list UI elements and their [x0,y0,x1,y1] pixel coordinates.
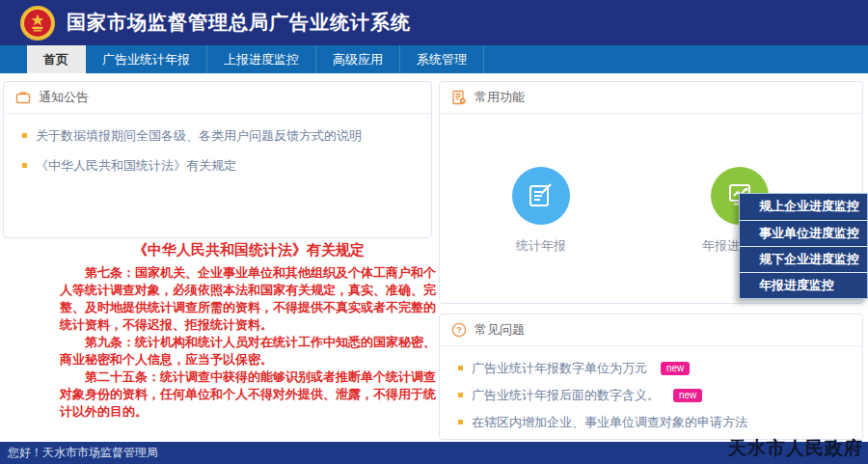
new-badge: new [661,362,690,375]
faq-item-text: 广告业统计年报数字单位为万元 [472,361,647,375]
bullet-icon [22,163,27,168]
menu-item-public-institution[interactable]: 事业单位进度监控 [740,220,867,246]
tab-home[interactable]: 首页 [27,45,86,73]
question-circle-icon: ? [451,322,467,338]
footer-bar: 您好！天水市市场监督管理局 [0,442,868,464]
notice-item-text: 《中华人民共和国统计法》有关规定 [36,158,236,173]
faq-panel-header: ? 常见问题 [440,314,862,346]
statute-text-block: 《中华人民共和国统计法》有关规定 第七条：国家机关、企业事业单位和其他组织及个体… [60,241,438,421]
bullet-icon [458,393,463,397]
menu-item-annual-report-progress[interactable]: 年报进度监控 [740,272,867,298]
main-nav: 首页 广告业统计年报 上报进度监控 高级应用 系统管理 [0,45,868,73]
faq-item-text: 广告业统计年报后面的数字含义。 [472,388,660,402]
footer-greeting: 您好！天水市市场监督管理局 [8,446,158,459]
tab-system-admin[interactable]: 系统管理 [400,45,484,73]
national-emblem-icon [19,5,56,41]
notice-item[interactable]: 关于数据填报期间全国各级、各类用户问题反馈方式的说明 [22,127,418,145]
tab-progress-monitor[interactable]: 上报进度监控 [207,45,316,73]
document-gear-icon [451,90,467,105]
notice-list: 关于数据填报期间全国各级、各类用户问题反馈方式的说明 《中华人民共和国统计法》有… [4,114,431,175]
common-functions-title: 常用功能 [475,89,525,106]
tab-advanced[interactable]: 高级应用 [316,45,400,73]
bullet-icon [22,133,27,138]
common-functions-header: 常用功能 [440,82,862,114]
statute-paragraph: 第七条：国家机关、企业事业单位和其他组织及个体工商户和个人等统计调查对象，必须依… [60,264,438,334]
page: 国家市场监督管理总局广告业统计系统 首页 广告业统计年报 上报进度监控 高级应用… [0,0,868,464]
tab-annual-report[interactable]: 广告业统计年报 [86,45,207,73]
faq-item[interactable]: 在辖区内增加企业、事业单位调查对象的申请方法 [458,414,849,431]
briefcase-icon [15,90,31,105]
progress-monitor-popup-menu: 规上企业进度监控 事业单位进度监控 规下企业进度监控 年报进度监控 [739,193,868,299]
new-badge: new [673,389,702,402]
statute-title: 《中华人民共和国统计法》有关规定 [60,241,438,259]
menu-item-above-scale-enterprise[interactable]: 规上企业进度监控 [740,194,867,220]
faq-list: 广告业统计年报数字单位为万元new 广告业统计年报后面的数字含义。new 在辖区… [440,346,862,431]
bullet-icon [458,420,463,424]
notice-item-text: 关于数据填报期间全国各级、各类用户问题反馈方式的说明 [36,128,362,143]
faq-item[interactable]: 广告业统计年报后面的数字含义。new [458,387,849,404]
faq-item-text: 在辖区内增加企业、事业单位调查对象的申请方法 [472,415,747,429]
faq-item[interactable]: 广告业统计年报数字单位为万元new [458,360,849,377]
app-title: 国家市场监督管理总局广告业统计系统 [67,10,411,36]
faq-panel-title: 常见问题 [475,321,525,339]
bullet-icon [458,366,463,370]
faq-panel: ? 常见问题 广告业统计年报数字单位为万元new 广告业统计年报后面的数字含义。… [439,314,863,440]
notice-panel-title: 通知公告 [39,89,89,106]
app-header: 国家市场监督管理总局广告业统计系统 [0,0,868,45]
notice-panel-header: 通知公告 [4,82,431,114]
function-annual-report[interactable]: 统计年报 [483,167,599,255]
annual-report-icon[interactable] [512,167,570,225]
notice-item[interactable]: 《中华人民共和国统计法》有关规定 [22,157,418,175]
statute-paragraph: 第二十五条：统计调查中获得的能够识别或者推断单个统计调查对象身份的资料，任何单位… [60,368,438,421]
function-label: 统计年报 [483,237,599,255]
svg-text:?: ? [456,325,462,335]
menu-item-below-scale-enterprise[interactable]: 规下企业进度监控 [740,246,867,272]
notice-panel: 通知公告 关于数据填报期间全国各级、各类用户问题反馈方式的说明 《中华人民共和国… [3,81,432,238]
statute-paragraph: 第九条：统计机构和统计人员对在统计工作中知悉的国家秘密、商业秘密和个人信息，应当… [60,334,438,368]
